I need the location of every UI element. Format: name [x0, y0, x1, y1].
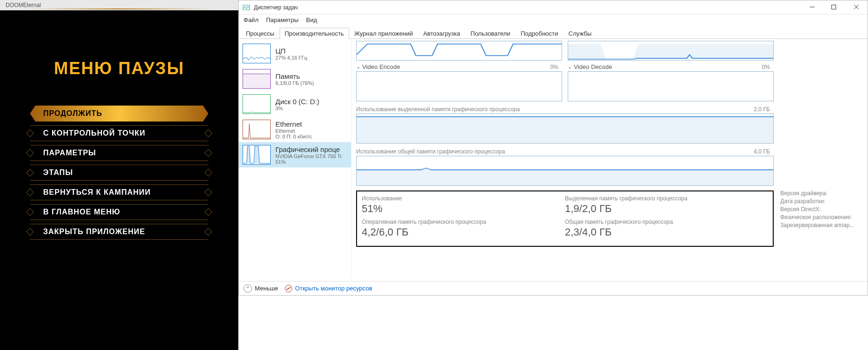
- sidebar-memory[interactable]: Память 6,1/8,0 ГБ (76%): [239, 66, 351, 91]
- sidebar-ethernet-sub1: Ethernet: [275, 128, 312, 134]
- stat-dedicated-label: Выделенная память графического процессор…: [565, 195, 768, 202]
- open-resource-monitor-link[interactable]: Открыть монитор ресурсов: [285, 285, 372, 292]
- menu-item-main-menu[interactable]: В ГЛАВНОЕ МЕНЮ: [30, 204, 208, 220]
- game-window: DOOMEternal МЕНЮ ПАУЗЫ ПРОДОЛЖИТЬ С КОНТ…: [0, 0, 238, 350]
- tab-startup[interactable]: Автозагрузка: [418, 28, 465, 39]
- shared-mem-header: Использование общей памяти графического …: [356, 148, 774, 155]
- menu-item-stages[interactable]: ЭТАПЫ: [30, 165, 208, 181]
- stat-shared-value: 2,3/4,0 ГБ: [565, 226, 768, 238]
- video-decode-pct: 0%: [762, 64, 770, 70]
- cpu-thumb: [243, 44, 271, 63]
- svg-rect-3: [357, 117, 773, 143]
- sidebar-gpu[interactable]: Графический проце NVIDIA GeForce GTX 750…: [239, 142, 351, 167]
- fewer-details-label: Меньше: [255, 285, 278, 292]
- detail-location: Физическое расположение:: [780, 214, 863, 221]
- menu-view[interactable]: Вид: [306, 16, 317, 23]
- memory-thumb: [243, 69, 271, 89]
- graph-dedicated-mem[interactable]: [356, 114, 774, 144]
- sidebar-disk-title: Диск 0 (C: D:): [275, 98, 319, 106]
- tab-users[interactable]: Пользователи: [465, 28, 516, 39]
- video-decode-header[interactable]: ⌄ Video Decode 0%: [568, 63, 774, 70]
- menu-item-return-campaign[interactable]: ВЕРНУТЬСЯ К КАМПАНИИ: [30, 184, 208, 200]
- tab-processes[interactable]: Процессы: [241, 28, 280, 39]
- stat-dedicated-value: 1,9/2,0 ГБ: [565, 203, 768, 215]
- stat-gpuram-label: Оперативная память графического процессо…: [362, 219, 565, 225]
- detail-driver-date: Дата разработки:: [780, 198, 863, 205]
- minimize-button[interactable]: [801, 0, 823, 14]
- video-headers-row: ⌄ Video Encode 0% ⌄ Video Decode 0%: [356, 61, 774, 101]
- sidebar-gpu-title: Графический проце: [275, 145, 342, 153]
- tab-app-history[interactable]: Журнал приложений: [349, 28, 418, 39]
- menu-file[interactable]: Файл: [244, 16, 259, 23]
- sidebar-ethernet-title: Ethernet: [275, 120, 312, 128]
- svg-rect-1: [243, 74, 270, 88]
- chevron-down-icon: ⌄: [568, 64, 572, 70]
- fewer-details-button[interactable]: ⌃ Меньше: [244, 284, 278, 293]
- video-encode-header[interactable]: ⌄ Video Encode 0%: [356, 63, 562, 70]
- graph-copy[interactable]: [568, 41, 774, 61]
- graph-video-encode[interactable]: [356, 71, 562, 101]
- sidebar-disk-sub: 3%: [275, 106, 319, 111]
- taskmgr-titlebar[interactable]: Диспетчер задач: [239, 0, 868, 15]
- taskmgr-title: Диспетчер задач: [254, 4, 864, 11]
- shared-mem-max: 4,0 ГБ: [754, 148, 770, 155]
- menu-item-checkpoint[interactable]: С КОНТРОЛЬНОЙ ТОЧКИ: [30, 125, 208, 141]
- window-controls: [801, 0, 868, 14]
- maximize-button[interactable]: [823, 0, 845, 14]
- stat-usage-label: Использование: [362, 195, 565, 202]
- taskmgr-tabs: Процессы Производительность Журнал прило…: [239, 27, 868, 39]
- sidebar-cpu[interactable]: ЦП 27% 4,16 ГГц: [239, 41, 351, 66]
- sidebar-ethernet-sub2: О: 0 П: 0 кбит/с: [275, 134, 312, 139]
- graph-3d[interactable]: [356, 41, 562, 61]
- menu-options[interactable]: Параметры: [266, 16, 298, 23]
- pause-menu-items: ПРОДОЛЖИТЬ С КОНТРОЛЬНОЙ ТОЧКИ ПАРАМЕТРЫ…: [30, 106, 208, 240]
- detail-driver-version: Версия драйвера:: [780, 190, 863, 197]
- pause-menu-title-frame: МЕНЮ ПАУЗЫ: [35, 10, 203, 106]
- sidebar-cpu-title: ЦП: [275, 47, 307, 55]
- chevron-down-icon: ⌄: [356, 64, 360, 70]
- dedicated-mem-max: 2,0 ГБ: [754, 106, 770, 113]
- sidebar-memory-sub: 6,1/8,0 ГБ (76%): [275, 80, 314, 86]
- sidebar-ethernet[interactable]: Ethernet Ethernet О: 0 П: 0 кбит/с: [239, 117, 351, 142]
- chevron-up-icon: ⌃: [244, 284, 252, 293]
- perf-sidebar: ЦП 27% 4,16 ГГц Память 6,1/8,0 ГБ (76%): [239, 39, 351, 277]
- taskmgr-footer: ⌃ Меньше Открыть монитор ресурсов: [239, 281, 868, 295]
- detail-directx: Версия DirectX:: [780, 206, 863, 213]
- video-decode-label: Video Decode: [574, 63, 762, 70]
- disk-thumb: [243, 94, 271, 114]
- ethernet-thumb: [243, 120, 271, 139]
- stat-usage-value: 51%: [362, 203, 565, 215]
- menu-item-continue[interactable]: ПРОДОЛЖИТЬ: [30, 106, 208, 122]
- pause-menu-title: МЕНЮ ПАУЗЫ: [54, 59, 184, 78]
- close-button[interactable]: [845, 0, 868, 14]
- gpu-stats-box: Использование 51% Оперативная память гра…: [356, 190, 774, 247]
- resmon-icon: [285, 285, 292, 292]
- sidebar-disk[interactable]: Диск 0 (C: D:) 3%: [239, 91, 351, 117]
- menu-item-close-app[interactable]: ЗАКРЫТЬ ПРИЛОЖЕНИЕ: [30, 224, 208, 240]
- sidebar-gpu-sub2: 51%: [275, 159, 342, 165]
- game-pause-menu: МЕНЮ ПАУЗЫ ПРОДОЛЖИТЬ С КОНТРОЛЬНОЙ ТОЧК…: [0, 10, 238, 350]
- stat-gpuram-value: 4,2/6,0 ГБ: [362, 226, 565, 238]
- sidebar-cpu-sub: 27% 4,16 ГГц: [275, 55, 307, 61]
- tab-performance[interactable]: Производительность: [280, 28, 349, 39]
- top-graphs-row: [356, 41, 774, 61]
- resmon-label: Открыть монитор ресурсов: [295, 285, 372, 292]
- menu-item-settings[interactable]: ПАРАМЕТРЫ: [30, 145, 208, 161]
- tab-services[interactable]: Службы: [563, 28, 597, 39]
- tab-details[interactable]: Подробности: [516, 28, 563, 39]
- graph-shared-mem[interactable]: [356, 156, 774, 186]
- sidebar-memory-title: Память: [275, 72, 314, 80]
- perf-graphs: ⌄ Video Encode 0% ⌄ Video Decode 0%: [356, 41, 774, 275]
- perf-main: ⌄ Video Encode 0% ⌄ Video Decode 0%: [351, 39, 868, 277]
- stat-shared-label: Общая память графического процессора: [565, 219, 768, 225]
- video-encode-pct: 0%: [550, 64, 558, 70]
- taskmgr-icon: [243, 4, 250, 11]
- task-manager-window: Диспетчер задач Файл Параметры Вид Проце…: [238, 0, 868, 296]
- video-encode-label: Video Encode: [362, 63, 550, 70]
- detail-reserved: Зарезервированная аппар...: [780, 222, 863, 228]
- svg-rect-7: [832, 5, 836, 9]
- graph-video-decode[interactable]: [568, 71, 774, 101]
- shared-mem-label: Использование общей памяти графического …: [356, 148, 505, 155]
- svg-rect-5: [357, 169, 773, 185]
- taskmgr-menubar: Файл Параметры Вид: [239, 15, 868, 25]
